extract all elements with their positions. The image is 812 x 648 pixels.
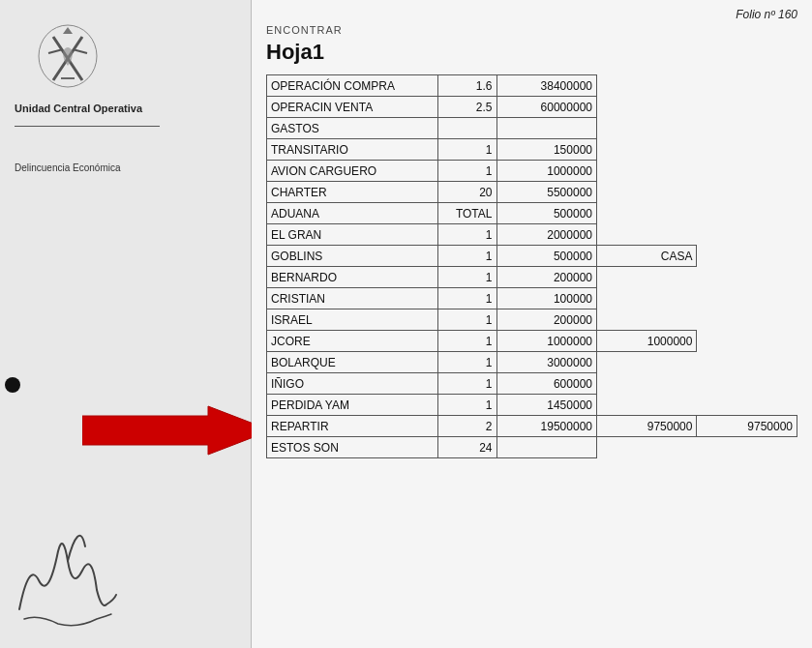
row-name: PERDIDA YAM — [267, 395, 438, 416]
row-val: 500000 — [496, 203, 596, 224]
row-val: 38400000 — [496, 75, 596, 97]
table-row: IÑIGO1600000 — [267, 373, 797, 395]
row-extra: 9750000 — [596, 416, 696, 437]
data-table: OPERACIÓN COMPRA1.638400000OPERACIN VENT… — [266, 74, 797, 458]
table-row: PERDIDA YAM11450000 — [267, 395, 797, 416]
guardia-civil-emblem — [34, 22, 102, 95]
org-subtext2: Delincuencia Económica — [15, 162, 121, 173]
row-name: GOBLINS — [267, 246, 438, 267]
row-val: 1000000 — [496, 331, 596, 352]
main-doc: Folio nº 160 ENCONTRAR Hoja1 OPERACIÓN C… — [252, 0, 812, 648]
table-row: BOLARQUE13000000 — [267, 352, 797, 373]
table-row: ESTOS SON24 — [267, 437, 797, 458]
row-extra: CASA — [596, 246, 696, 267]
row-name: CHARTER — [267, 182, 438, 203]
table-row: JCORE110000001000000 — [267, 331, 797, 352]
row-val: 5500000 — [496, 182, 596, 203]
table-row: ISRAEL1200000 — [267, 309, 797, 331]
row-num: 1 — [438, 288, 496, 309]
row-num: 1 — [438, 309, 496, 331]
table-row: OPERACIN VENTA2.560000000 — [267, 97, 797, 118]
table-row: BERNARDO1200000 — [267, 267, 797, 288]
row-num: 1.6 — [438, 75, 496, 97]
row-val — [496, 118, 596, 139]
row-val: 19500000 — [496, 416, 596, 437]
row-val — [496, 437, 596, 458]
table-row: ADUANATOTAL500000 — [267, 203, 797, 224]
row-num: 1 — [438, 267, 496, 288]
row-val: 2000000 — [496, 224, 596, 246]
row-name: IÑIGO — [267, 373, 438, 395]
row-val: 500000 — [496, 246, 596, 267]
table-row: GASTOS — [267, 118, 797, 139]
org-subtext — [15, 124, 160, 127]
row-name: OPERACIÓN COMPRA — [267, 75, 438, 97]
row-num: 1 — [438, 161, 496, 182]
row-num: 1 — [438, 331, 496, 352]
row-name: AVION CARGUERO — [267, 161, 438, 182]
svg-line-5 — [73, 49, 87, 53]
row-num: 1 — [438, 139, 496, 161]
emblem-area — [29, 19, 106, 97]
row-num: 2 — [438, 416, 496, 437]
table-row: TRANSITARIO1150000 — [267, 139, 797, 161]
row-num: TOTAL — [438, 203, 496, 224]
row-num: 1 — [438, 373, 496, 395]
svg-marker-7 — [82, 406, 271, 455]
row-val: 200000 — [496, 267, 596, 288]
table-row: OPERACIÓN COMPRA1.638400000 — [267, 75, 797, 97]
row-val: 3000000 — [496, 352, 596, 373]
left-panel: Unidad Central Operativa Delincuencia Ec… — [0, 0, 252, 648]
row-val: 600000 — [496, 373, 596, 395]
table-row: EL GRAN12000000 — [267, 224, 797, 246]
black-dot — [5, 377, 20, 393]
row-val: 60000000 — [496, 97, 596, 118]
row-val: 1000000 — [496, 161, 596, 182]
row-name: OPERACIN VENTA — [267, 97, 438, 118]
signature — [10, 522, 126, 638]
row-num: 1 — [438, 224, 496, 246]
sheet-title: Hoja1 — [266, 40, 797, 65]
row-name: ADUANA — [267, 203, 438, 224]
table-row: AVION CARGUERO11000000 — [267, 161, 797, 182]
row-name: BERNARDO — [267, 267, 438, 288]
row-name: CRISTIAN — [267, 288, 438, 309]
svg-marker-3 — [63, 27, 73, 34]
row-val: 150000 — [496, 139, 596, 161]
row-num: 1 — [438, 352, 496, 373]
row-extra2: 9750000 — [697, 416, 797, 437]
row-num: 2.5 — [438, 97, 496, 118]
row-extra: 1000000 — [596, 331, 696, 352]
row-num: 24 — [438, 437, 496, 458]
row-val: 1450000 — [496, 395, 596, 416]
row-val: 100000 — [496, 288, 596, 309]
red-arrow — [82, 401, 271, 459]
svg-line-4 — [48, 49, 63, 53]
table-row: CRISTIAN1100000 — [267, 288, 797, 309]
row-name: REPARTIR — [267, 416, 438, 437]
section-label: ENCONTRAR — [266, 24, 797, 36]
table-row: REPARTIR21950000097500009750000 — [267, 416, 797, 437]
row-name: TRANSITARIO — [267, 139, 438, 161]
row-name: JCORE — [267, 331, 438, 352]
row-name: ISRAEL — [267, 309, 438, 331]
row-name: BOLARQUE — [267, 352, 438, 373]
table-row: GOBLINS1500000CASA — [267, 246, 797, 267]
page-container: Unidad Central Operativa Delincuencia Ec… — [0, 0, 812, 648]
row-num — [438, 118, 496, 139]
row-num: 1 — [438, 395, 496, 416]
folio-number: Folio nº 160 — [736, 8, 797, 21]
row-name: EL GRAN — [267, 224, 438, 246]
row-name: ESTOS SON — [267, 437, 438, 458]
row-name: GASTOS — [267, 118, 438, 139]
table-row: CHARTER205500000 — [267, 182, 797, 203]
row-num: 1 — [438, 246, 496, 267]
row-val: 200000 — [496, 309, 596, 331]
org-name: Unidad Central Operativa — [15, 102, 142, 116]
row-num: 20 — [438, 182, 496, 203]
